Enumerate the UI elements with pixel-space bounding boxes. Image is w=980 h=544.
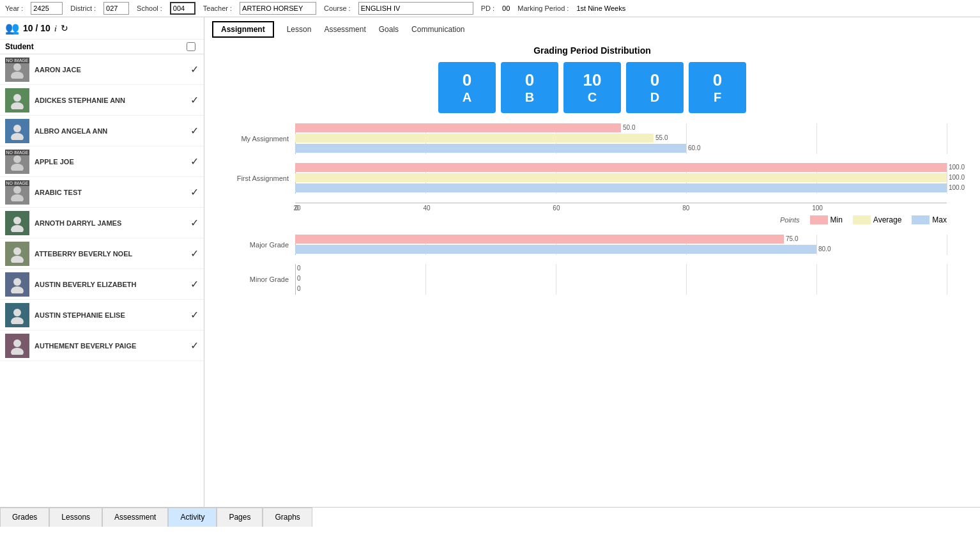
left-header: 👥 10 / 10 𝑖 ↻	[0, 17, 204, 40]
svg-point-11	[11, 225, 24, 232]
bar-max	[295, 245, 816, 254]
tab-goals[interactable]: Goals	[379, 25, 399, 34]
student-name: ARNOTH DARRYL JAMES	[34, 219, 190, 227]
avatar	[5, 272, 29, 297]
x-tick: 80	[682, 203, 817, 212]
student-row[interactable]: AUSTIN BEVERLY ELIZABETH✓	[0, 269, 204, 300]
year-input[interactable]	[31, 2, 63, 15]
bar-max	[295, 144, 686, 153]
bar-value-max: 80.0	[816, 245, 831, 253]
bar-min	[295, 123, 621, 132]
student-row[interactable]: NO IMAGEAPPLE JOE✓	[0, 146, 204, 177]
student-checkmark: ✓	[190, 309, 199, 321]
avatar: NO IMAGE	[5, 180, 29, 205]
svg-point-14	[13, 278, 21, 286]
student-checkmark: ✓	[190, 155, 199, 167]
student-row[interactable]: ARNOTH DARRYL JAMES✓	[0, 208, 204, 238]
tab-assignment[interactable]: Assignment	[212, 21, 274, 38]
tab-row: Assignment Lesson Assessment Goals Commu…	[212, 21, 972, 38]
bar-avg	[295, 134, 654, 143]
legend-avg-label: Average	[873, 215, 901, 224]
student-col-header: Student	[5, 42, 183, 51]
avatar	[5, 88, 29, 113]
student-name: AUSTIN STEPHANIE ELISE	[34, 311, 190, 319]
student-row[interactable]: NO IMAGEARABIC TEST✓	[0, 177, 204, 208]
bar-row-avg: 0	[295, 274, 947, 283]
student-count: 10 / 10	[23, 23, 50, 33]
svg-point-1	[11, 72, 24, 79]
svg-point-7	[11, 164, 24, 171]
svg-point-3	[11, 102, 24, 109]
bottom-tab-lessons[interactable]: Lessons	[49, 508, 102, 527]
bars-area: 000	[295, 264, 947, 295]
top-bar: Year : District : School : Teacher : Cou…	[0, 0, 980, 17]
student-row[interactable]: ADICKES STEPHANIE ANN✓	[0, 85, 204, 116]
course-input[interactable]	[358, 2, 473, 15]
left-panel: 👥 10 / 10 𝑖 ↻ Student NO IMAGEAARON JACE…	[0, 17, 204, 507]
bar-row-min: 0	[295, 264, 947, 273]
bar-row-avg: 55.0	[295, 134, 947, 143]
legend-min-color	[810, 215, 828, 224]
avatar	[5, 211, 29, 235]
student-checkmark: ✓	[190, 186, 199, 198]
bar-value-min: 50.0	[621, 124, 635, 131]
student-row[interactable]: ALBRO ANGELA ANN✓	[0, 116, 204, 146]
bar-value-max: 60.0	[686, 144, 700, 152]
grid-line	[947, 235, 947, 255]
bottom-tab-activity[interactable]: Activity	[168, 508, 217, 527]
year-label: Year :	[5, 4, 23, 12]
student-checkmark: ✓	[190, 63, 199, 75]
student-row[interactable]: ATTEBERRY BEVERLY NOEL✓	[0, 238, 204, 269]
svg-point-0	[13, 63, 21, 71]
x-tick: 100	[812, 203, 947, 212]
student-row[interactable]: NO IMAGEAARON JACE✓	[0, 54, 204, 85]
grade-box-b: 0B	[501, 62, 558, 113]
bar-value-avg: 100.0	[947, 174, 965, 181]
x-tick: 20	[294, 203, 429, 212]
x-tick: 60	[553, 203, 687, 212]
marking-period-value: 1st Nine Weeks	[576, 4, 625, 12]
svg-point-13	[11, 256, 24, 263]
school-label: School :	[137, 4, 162, 12]
student-checkmark: ✓	[190, 278, 199, 290]
tab-communication[interactable]: Communication	[411, 25, 464, 34]
svg-point-4	[13, 125, 21, 132]
grade-letter: B	[525, 90, 534, 105]
chart-y-label: First Assignment	[218, 175, 295, 182]
refresh-icon[interactable]: ↻	[61, 23, 68, 33]
bottom-tabs: Grades Lessons Assessment Activity Pages…	[0, 507, 980, 526]
student-checkmark: ✓	[190, 94, 199, 106]
bar-value-min: 75.0	[784, 235, 798, 242]
bar-row-max: 100.0	[295, 183, 947, 192]
tab-assessment[interactable]: Assessment	[324, 25, 365, 34]
teacher-input[interactable]	[240, 2, 316, 15]
student-row[interactable]: AUSTIN STEPHANIE ELISE✓	[0, 300, 204, 330]
bottom-tab-assessment[interactable]: Assessment	[102, 508, 168, 527]
info-icon[interactable]: 𝑖	[54, 23, 57, 34]
bottom-tab-graphs[interactable]: Graphs	[263, 508, 312, 527]
tab-lesson[interactable]: Lesson	[287, 25, 312, 34]
grade-count: 0	[463, 70, 471, 90]
district-label: District :	[70, 4, 96, 12]
district-input[interactable]	[103, 2, 129, 15]
student-checkmark: ✓	[190, 125, 199, 137]
select-all-checkbox[interactable]	[187, 42, 195, 51]
svg-point-16	[13, 309, 21, 316]
chart-y-label: Minor Grade	[218, 276, 295, 283]
bottom-tab-pages[interactable]: Pages	[217, 508, 263, 527]
legend-max-label: Max	[932, 215, 947, 224]
assignment-chart-section: My Assignment50.055.060.0First Assignmen…	[218, 123, 947, 212]
chart-y-label: My Assignment	[218, 135, 295, 143]
x-axis: 020406080100	[295, 203, 947, 212]
svg-point-18	[13, 339, 21, 347]
bottom-tab-grades[interactable]: Grades	[0, 508, 49, 527]
school-input[interactable]	[170, 2, 195, 15]
bar-value-avg: 55.0	[654, 134, 668, 141]
svg-point-6	[13, 155, 21, 163]
grade-letter: C	[588, 90, 597, 105]
student-name: AUTHEMENT BEVERLY PAIGE	[34, 342, 190, 350]
svg-point-19	[11, 348, 24, 355]
summary-chart-section: Major Grade75.080.0Minor Grade000	[218, 235, 947, 304]
student-checkmark: ✓	[190, 217, 199, 229]
student-row[interactable]: AUTHEMENT BEVERLY PAIGE✓	[0, 330, 204, 361]
